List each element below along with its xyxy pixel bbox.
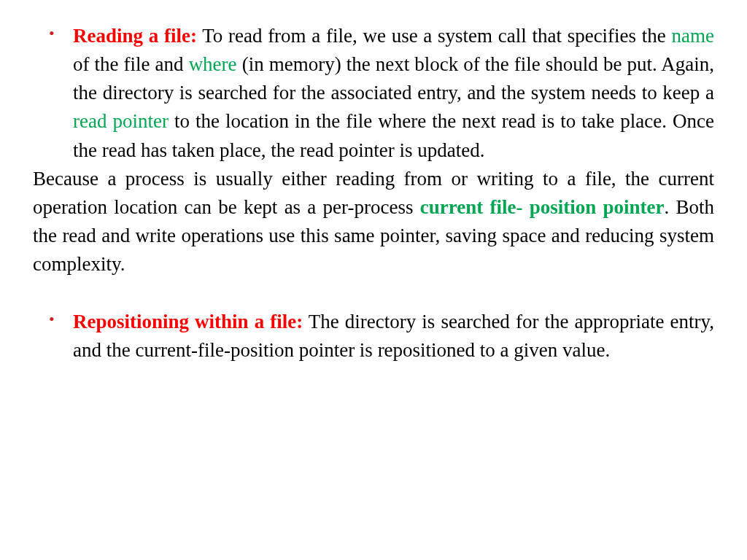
keyword-read-pointer: read pointer bbox=[73, 110, 169, 132]
keyword-name: name bbox=[672, 25, 714, 47]
heading-repositioning: Repositioning within a file: bbox=[73, 311, 303, 332]
paragraph-process: Because a process is usually either read… bbox=[33, 165, 714, 279]
text-segment: to the location in the file where the ne… bbox=[73, 110, 714, 160]
spacer bbox=[33, 279, 714, 308]
keyword-current-file-position-pointer: current file- position pointer bbox=[420, 196, 665, 218]
heading-reading: Reading a file: bbox=[73, 25, 197, 47]
text-segment: To read from a file, we use a system cal… bbox=[197, 25, 672, 47]
bullet-reading-a-file: Reading a file: To read from a file, we … bbox=[33, 22, 714, 165]
text-segment: of the file and bbox=[73, 53, 189, 75]
bullet-repositioning: Repositioning within a file: The directo… bbox=[33, 308, 714, 365]
keyword-where: where bbox=[189, 53, 237, 75]
